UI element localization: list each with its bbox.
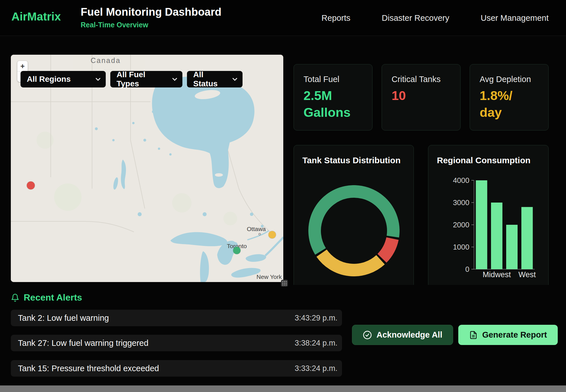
critical-tanks-value: 10 — [392, 87, 446, 104]
recent-alerts-heading: Recent Alerts — [11, 292, 82, 303]
alert-message: Tank 15: Pressure threshold exceeded — [18, 364, 159, 373]
chart-title: Regional Consumption — [437, 156, 530, 165]
status-filter-dropdown[interactable]: All Status — [187, 71, 243, 87]
recent-alerts-title: Recent Alerts — [24, 292, 82, 303]
page-title: Fuel Monitoring Dashboard — [81, 6, 221, 19]
regional-consumption-card: Regional Consumption 01000200030004000Mi… — [428, 145, 549, 305]
regional-consumption-bar-chart: 01000200030004000MidwestWest — [428, 177, 549, 285]
zoom-in-button[interactable]: + — [17, 61, 28, 71]
stat-label: Total Fuel — [304, 75, 364, 84]
horizontal-scrollbar[interactable] — [0, 385, 566, 392]
generate-report-button[interactable]: Generate Report — [458, 325, 558, 345]
map-panel[interactable]: Canada Ottawa Toronto New York + − All R… — [11, 55, 283, 282]
nav-disaster-recovery[interactable]: Disaster Recovery — [382, 13, 449, 23]
chevron-down-icon — [91, 77, 101, 81]
y-tick-label: 4000 — [453, 177, 469, 185]
stat-cards: Total Fuel 2.5M Gallons Critical Tanks 1… — [294, 64, 549, 130]
nav-user-management[interactable]: User Management — [481, 13, 549, 23]
status-filter-value: All Status — [193, 70, 228, 88]
nav-reports[interactable]: Reports — [321, 13, 351, 23]
y-tick-label: 3000 — [453, 198, 469, 207]
donut-slice-critical — [382, 239, 392, 258]
alert-timestamp: 3:43:29 p.m. — [295, 314, 337, 322]
alert-timestamp: 3:33:24 p.m. — [295, 364, 337, 373]
header: AirMatrix Fuel Monitoring Dashboard Real… — [0, 0, 566, 36]
recent-alerts-section: Recent Alerts Tank 2: Low fuel warning 3… — [0, 285, 566, 392]
chevron-down-icon — [228, 77, 237, 81]
brand-logo[interactable]: AirMatrix — [11, 10, 61, 23]
y-tick-label: 1000 — [453, 243, 469, 251]
x-category-label: Midwest — [482, 270, 511, 279]
critical-tank-marker[interactable] — [27, 181, 35, 189]
map-label-ottawa: Ottawa — [247, 226, 266, 232]
map-label-canada: Canada — [91, 56, 121, 65]
bell-icon — [11, 293, 19, 302]
main-nav: Reports Disaster Recovery User Managemen… — [321, 0, 549, 36]
alert-timestamp: 3:38:24 p.m. — [295, 339, 337, 348]
donut-slice-normal — [315, 191, 393, 252]
check-circle-icon — [363, 330, 372, 340]
acknowledge-all-button[interactable]: Acknowledge All — [352, 325, 453, 345]
title-block: Fuel Monitoring Dashboard Real-Time Over… — [81, 6, 221, 29]
stat-label: Critical Tanks — [392, 75, 452, 84]
y-tick-label: 0 — [465, 265, 469, 273]
avg-depletion-card: Avg Depletion 1.8%/​day — [470, 64, 549, 130]
acknowledge-all-label: Acknowledge All — [376, 330, 442, 340]
alert-row[interactable]: Tank 2: Low fuel warning 3:43:29 p.m. — [11, 310, 342, 326]
total-fuel-card: Total Fuel 2.5M Gallons — [294, 64, 372, 130]
region-filter-dropdown[interactable]: All Regions — [21, 71, 106, 87]
total-fuel-value: 2.5M Gallons — [304, 87, 358, 121]
tank-status-card: Tank Status Distribution — [294, 145, 414, 305]
alert-row[interactable]: Tank 27: Low fuel warning triggered 3:38… — [11, 335, 342, 351]
region-filter-value: All Regions — [27, 75, 71, 84]
ottawa-city-dot — [258, 233, 261, 235]
alert-row[interactable]: Tank 15: Pressure threshold exceeded 3:3… — [11, 360, 342, 377]
donut-slice-warning — [322, 253, 381, 270]
chevron-down-icon — [168, 77, 177, 81]
resize-handle-icon[interactable] — [281, 280, 288, 287]
chart-title: Tank Status Distribution — [302, 156, 400, 165]
fuel-type-filter-dropdown[interactable]: All Fuel Types — [110, 71, 182, 87]
app-root: AirMatrix Fuel Monitoring Dashboard Real… — [0, 0, 566, 392]
bar-3 — [521, 207, 533, 269]
map-label-new-york: New York — [256, 273, 282, 280]
alert-message: Tank 2: Low fuel warning — [18, 313, 109, 323]
critical-tanks-card: Critical Tanks 10 — [382, 64, 461, 130]
generate-report-label: Generate Report — [482, 330, 547, 340]
stat-label: Avg Depletion — [480, 75, 540, 84]
bar-0 — [476, 180, 487, 269]
alert-message: Tank 27: Low fuel warning triggered — [18, 338, 148, 348]
warning-tank-marker[interactable] — [268, 231, 276, 238]
normal-tank-marker[interactable] — [233, 247, 241, 254]
document-icon — [469, 331, 478, 339]
bar-1 — [491, 203, 502, 269]
chart-cards: Tank Status Distribution Regional Consum… — [294, 145, 549, 305]
bar-2 — [506, 225, 518, 269]
y-tick-label: 2000 — [453, 220, 469, 229]
map-filter-bar: All Regions All Fuel Types All Status — [21, 71, 243, 87]
page-subtitle: Real-Time Overview — [81, 21, 221, 29]
avg-depletion-value: 1.8%/​day — [480, 87, 534, 121]
tank-status-donut-chart — [308, 185, 400, 276]
x-category-label: West — [518, 270, 536, 279]
fuel-type-filter-value: All Fuel Types — [117, 70, 168, 88]
